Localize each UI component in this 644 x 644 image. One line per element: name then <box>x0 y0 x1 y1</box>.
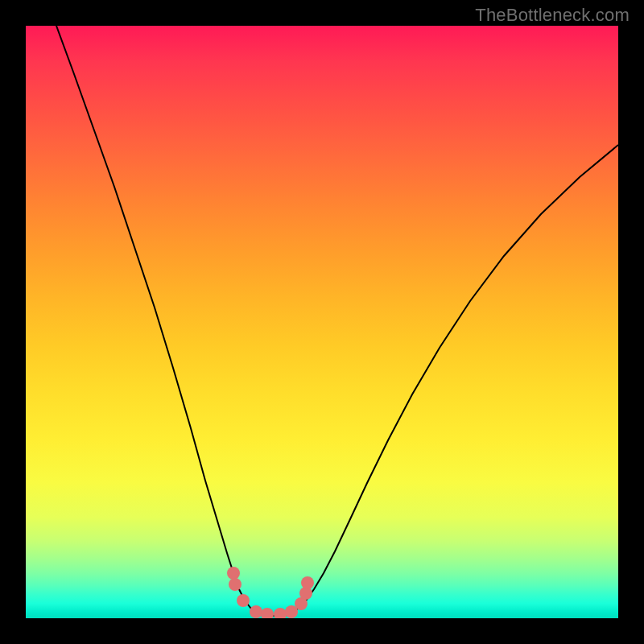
curve-layer <box>26 26 618 618</box>
highlight-dot <box>250 605 262 618</box>
highlight-dot <box>237 594 250 607</box>
highlight-dot <box>274 608 287 618</box>
highlight-dot <box>261 608 274 618</box>
highlight-dot <box>229 578 242 591</box>
watermark-text: TheBottleneck.com <box>475 5 630 26</box>
highlight-dot <box>301 576 314 589</box>
chart-frame: TheBottleneck.com <box>0 0 644 644</box>
highlight-dot <box>227 567 240 580</box>
bottleneck-curve <box>56 26 618 616</box>
plot-area <box>26 26 618 618</box>
